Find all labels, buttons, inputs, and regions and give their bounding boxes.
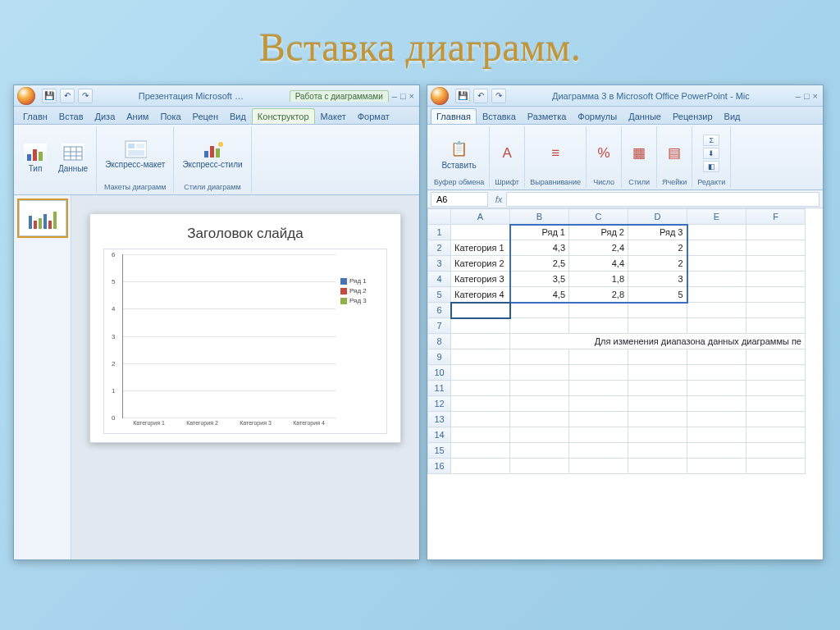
cell-A8[interactable]	[451, 334, 510, 349]
cell-A3[interactable]: Категория 2	[451, 256, 510, 272]
formula-input[interactable]	[506, 192, 819, 207]
chart-object[interactable]: 0123456 Категория 1Категория 2Категория …	[103, 249, 387, 434]
cell-B15[interactable]	[510, 443, 569, 459]
col-header-B[interactable]: B	[510, 209, 569, 225]
cell-B2[interactable]: 4,3	[510, 240, 569, 256]
cell-B3[interactable]: 2,5	[510, 256, 569, 272]
cell-C15[interactable]	[569, 443, 628, 459]
Ячейки-icon[interactable]: ▤	[662, 141, 687, 166]
cell-D13[interactable]	[628, 412, 687, 427]
row-header-5[interactable]: 5	[428, 287, 451, 303]
col-header-A[interactable]: A	[451, 209, 510, 225]
cell-F6[interactable]	[746, 303, 806, 318]
cell-C10[interactable]	[569, 365, 628, 381]
cell-B10[interactable]	[510, 365, 569, 381]
maximize-button[interactable]: □	[400, 91, 406, 101]
cell-D5[interactable]: 5	[628, 287, 687, 303]
name-box[interactable]: A6	[431, 192, 488, 207]
row-header-11[interactable]: 11	[428, 381, 451, 396]
row-header-3[interactable]: 3	[428, 256, 451, 272]
slide-canvas[interactable]: Заголовок слайда 0123456 Категория 1Кате…	[71, 195, 419, 559]
cell-F12[interactable]	[746, 396, 806, 412]
tab-разметка[interactable]: Разметка	[522, 108, 573, 124]
cell-A7[interactable]	[451, 318, 510, 334]
cell-C7[interactable]	[569, 318, 628, 334]
cell-C12[interactable]	[569, 396, 628, 412]
row-header-16[interactable]: 16	[428, 459, 451, 474]
cell-B4[interactable]: 3,5	[510, 272, 569, 287]
row-header-2[interactable]: 2	[428, 240, 451, 256]
cell-D12[interactable]	[628, 396, 687, 412]
tab-рецензир[interactable]: Рецензир	[667, 108, 719, 124]
cell-D10[interactable]	[628, 365, 687, 381]
cell-A2[interactable]: Категория 1	[451, 240, 510, 256]
cell-F10[interactable]	[746, 365, 806, 381]
paste-label[interactable]: Вставить	[441, 161, 476, 170]
cell-C4[interactable]: 1,8	[569, 272, 628, 287]
cell-F7[interactable]	[746, 318, 806, 334]
cell-B16[interactable]	[510, 459, 569, 474]
row-header-1[interactable]: 1	[428, 225, 451, 240]
qat-redo-xl[interactable]: ↷	[491, 89, 506, 103]
quick-styles-button[interactable]: Экспресс-стили	[179, 138, 245, 171]
qat-save-xl[interactable]: 💾	[455, 89, 470, 103]
cell-D7[interactable]	[628, 318, 687, 334]
cell-B14[interactable]	[510, 427, 569, 443]
cell-E6[interactable]	[687, 303, 746, 318]
cell-A14[interactable]	[451, 427, 510, 443]
qat-redo[interactable]: ↷	[78, 89, 93, 103]
col-header-D[interactable]: D	[628, 209, 687, 225]
cell-B9[interactable]	[510, 349, 569, 365]
Буфер обмена-icon[interactable]: 📋	[447, 136, 472, 161]
cell-D9[interactable]	[628, 349, 687, 365]
cell-D4[interactable]: 3	[628, 272, 687, 287]
cell-D6[interactable]	[628, 303, 687, 318]
cell-B8[interactable]: Для изменения диапазона данных диаграммы…	[510, 334, 806, 349]
slide-title[interactable]: Заголовок слайда	[103, 226, 387, 242]
cell-E14[interactable]	[687, 427, 746, 443]
row-header-6[interactable]: 6	[428, 303, 451, 318]
cell-C11[interactable]	[569, 381, 628, 396]
cell-E4[interactable]	[687, 272, 746, 287]
row-header-14[interactable]: 14	[428, 427, 451, 443]
cell-E2[interactable]	[687, 240, 746, 256]
worksheet[interactable]: ABCDEF1Ряд 1Ряд 2Ряд 32Категория 14,32,4…	[427, 208, 823, 559]
cell-A11[interactable]	[451, 381, 510, 396]
tab-встав[interactable]: Встав	[53, 108, 89, 124]
tab-макет[interactable]: Макет	[315, 108, 352, 124]
row-header-9[interactable]: 9	[428, 349, 451, 365]
cell-A4[interactable]: Категория 3	[451, 272, 510, 287]
close-button-xl[interactable]: ×	[813, 91, 818, 101]
cell-A6[interactable]	[451, 303, 510, 318]
cell-F1[interactable]	[746, 225, 806, 240]
tab-главн[interactable]: Главн	[17, 108, 53, 124]
cell-E7[interactable]	[687, 318, 746, 334]
Стили-icon[interactable]: ▦	[627, 141, 651, 166]
col-header-F[interactable]: F	[746, 209, 806, 225]
quick-layout-button[interactable]: Экспресс-макет	[102, 138, 168, 171]
cell-E16[interactable]	[687, 459, 746, 474]
cell-A15[interactable]	[451, 443, 510, 459]
cell-F2[interactable]	[746, 240, 806, 256]
cell-F15[interactable]	[746, 443, 806, 459]
minimize-button[interactable]: –	[392, 91, 397, 101]
tab-формат[interactable]: Формат	[352, 108, 395, 124]
tab-рецен[interactable]: Рецен	[187, 108, 224, 124]
row-header-7[interactable]: 7	[428, 318, 451, 334]
cell-F14[interactable]	[746, 427, 806, 443]
slide-thumbnail-1[interactable]	[19, 200, 66, 236]
cell-B6[interactable]	[510, 303, 569, 318]
cell-C16[interactable]	[569, 459, 628, 474]
col-header-C[interactable]: C	[569, 209, 628, 225]
cell-C13[interactable]	[569, 412, 628, 427]
cell-C9[interactable]	[569, 349, 628, 365]
cell-A10[interactable]	[451, 365, 510, 381]
cell-F11[interactable]	[746, 381, 806, 396]
cell-B5[interactable]: 4,5	[510, 287, 569, 303]
Шрифт-icon[interactable]: A	[495, 141, 519, 166]
maximize-button-xl[interactable]: □	[804, 91, 810, 101]
cell-F16[interactable]	[746, 459, 806, 474]
minimize-button-xl[interactable]: –	[796, 91, 801, 101]
cell-A5[interactable]: Категория 4	[451, 287, 510, 303]
cell-D11[interactable]	[628, 381, 687, 396]
